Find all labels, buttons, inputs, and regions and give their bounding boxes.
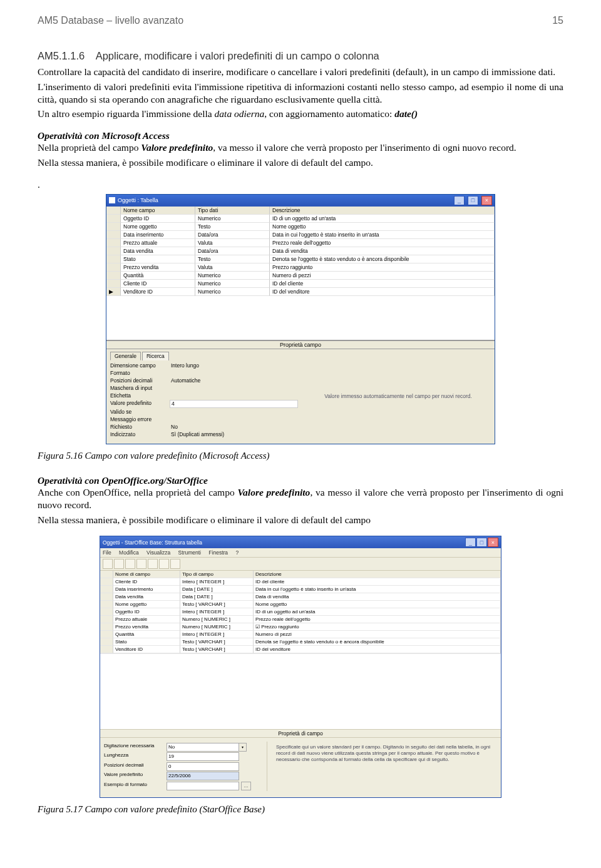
document-title: AM5 Database – livello avanzato — [38, 15, 183, 26]
field-etichetta[interactable] — [170, 392, 298, 399]
access-titlebar: Oggetti : Tabella _ □ × — [106, 195, 495, 207]
tool-edit-icon[interactable] — [114, 559, 124, 569]
so-grid-row[interactable]: QuantitàIntero [ INTEGER ]Numero di pezz… — [100, 631, 501, 638]
ellipsis-button[interactable]: … — [241, 782, 251, 790]
access-grid-row[interactable]: ▶Venditore IDNumericoID del venditore — [106, 288, 495, 296]
dropdown-icon[interactable]: ▾ — [239, 743, 247, 752]
tool-redo-icon[interactable] — [170, 559, 180, 569]
field-messaggio-errore[interactable] — [170, 416, 298, 423]
op-access-line2: Nella stessa maniera, è possibile modifi… — [38, 156, 563, 169]
op-access-heading: Operatività con Microsoft Access — [38, 130, 563, 141]
tool-undo-icon[interactable] — [159, 559, 169, 569]
so-field-digitazione[interactable]: No — [167, 743, 239, 752]
so-field-posizioni[interactable]: 0 — [167, 762, 239, 771]
access-help-text: Valore immesso automaticamente nel campo… — [302, 349, 495, 444]
access-grid-row[interactable]: Prezzo venditaValutaPrezzo raggiunto — [106, 263, 495, 272]
access-grid-row[interactable]: StatoTestoDenota se l'oggetto è stato ve… — [106, 255, 495, 263]
section-number: AM5.1.1.6 — [38, 50, 85, 61]
access-field-grid[interactable]: Nome campo Tipo dati Descrizione Oggetto… — [106, 207, 495, 340]
access-window-title: Oggetti : Tabella — [118, 197, 158, 203]
paragraph-2: L'inserimento di valori predefiniti evit… — [38, 81, 563, 106]
field-indicizzato[interactable]: Sì (Duplicati ammessi) — [170, 431, 298, 438]
field-valido-se[interactable] — [170, 409, 298, 416]
minimize-button[interactable]: _ — [454, 196, 465, 205]
tool-paste-icon[interactable] — [148, 559, 158, 569]
paragraph-1: Controllare la capacità del candidato di… — [38, 66, 563, 78]
so-properties-pane[interactable]: Digitazione necessariaNo▾ Lunghezza19 Po… — [104, 742, 267, 791]
paragraph-3: Un altro esempio riguarda l'immissione d… — [38, 108, 563, 120]
op-oo-line1: Anche con OpenOffice, nella proprietà de… — [38, 486, 563, 511]
so-grid-header: Nome di campo Tipo di campo Descrizione — [100, 571, 501, 578]
so-close-button[interactable]: × — [488, 538, 498, 547]
menu-edit[interactable]: Modifica — [119, 549, 139, 556]
op-oo-line2: Nella stessa maniera, è possibile modifi… — [38, 514, 563, 526]
so-field-grid[interactable]: Nome di campo Tipo di campo Descrizione … — [100, 571, 501, 729]
so-field-lunghezza[interactable]: 19 — [167, 752, 239, 761]
tab-general[interactable]: Generale — [110, 352, 141, 360]
so-field-valore-predefinito[interactable]: 22/5/2006 — [167, 772, 239, 780]
tool-cut-icon[interactable] — [125, 559, 135, 569]
so-titlebar: Oggetti - StarOffice Base: Struttura tab… — [100, 536, 501, 548]
op-access-line1: Nella proprietà del campo Valore predefi… — [38, 141, 563, 154]
so-help-text: Specificate qui un valore standard per i… — [267, 742, 497, 791]
tab-lookup[interactable]: Ricerca — [142, 352, 169, 360]
stray-period: . — [38, 179, 563, 190]
so-propbar: Proprietà di campo — [100, 729, 501, 738]
access-grid-header: Nome campo Tipo dati Descrizione — [106, 207, 495, 215]
so-grid-row[interactable]: Data inserimentoData [ DATE ]Data in cui… — [100, 586, 501, 593]
so-grid-row[interactable]: Cliente IDIntero [ INTEGER ]ID del clien… — [100, 578, 501, 586]
menu-help[interactable]: ? — [235, 549, 239, 556]
access-grid-row[interactable]: QuantitàNumericoNumero di pezzi — [106, 272, 495, 280]
so-grid-row[interactable]: Oggetto IDIntero [ INTEGER ]ID di un ogg… — [100, 608, 501, 616]
so-grid-row[interactable]: Nome oggettoTesto [ VARCHAR ]Nome oggett… — [100, 601, 501, 608]
so-grid-row[interactable]: Prezzo venditaNumero [ NUMERIC ]☑ Prezzo… — [100, 623, 501, 631]
field-valore-predefinito[interactable]: 4 — [170, 400, 298, 408]
field-formato[interactable] — [170, 370, 298, 377]
field-posizioni-decimali[interactable]: Automatiche — [170, 377, 298, 384]
tool-copy-icon[interactable] — [136, 559, 146, 569]
access-design-window: Oggetti : Tabella _ □ × Nome campo Tipo … — [106, 194, 495, 444]
section-heading: AM5.1.1.6 Applicare, modificare i valori… — [38, 50, 563, 62]
menu-view[interactable]: Visualizza — [146, 549, 170, 556]
access-grid-row[interactable]: Nome oggettoTestoNome oggetto — [106, 223, 495, 231]
field-maschera[interactable] — [170, 385, 298, 392]
so-menubar[interactable]: File Modifica Visualizza Strumenti Fines… — [100, 548, 501, 557]
so-minimize-button[interactable]: _ — [465, 538, 476, 547]
access-properties-pane[interactable]: Generale Ricerca Dimensione campoIntero … — [106, 349, 302, 444]
page-number: 15 — [552, 15, 563, 26]
so-grid-row[interactable]: Venditore IDTesto [ VARCHAR ]ID del vend… — [100, 646, 501, 653]
so-grid-row[interactable]: StatoTesto [ VARCHAR ]Denota se l'oggett… — [100, 638, 501, 646]
access-grid-row[interactable]: Prezzo attualeValutaPrezzo reale dell'og… — [106, 239, 495, 247]
section-title: Applicare, modificare i valori predefini… — [96, 50, 379, 61]
menu-tools[interactable]: Strumenti — [178, 549, 201, 556]
staroffice-design-window: Oggetti - StarOffice Base: Struttura tab… — [100, 536, 501, 798]
so-grid-row[interactable]: Prezzo attualeNumero [ NUMERIC ]Prezzo r… — [100, 616, 501, 623]
access-window-icon — [109, 197, 115, 203]
maximize-button[interactable]: □ — [468, 196, 478, 205]
access-propbar: Proprietà campo — [106, 340, 495, 349]
figure-caption-1: Figura 5.16 Campo con valore predefinito… — [38, 451, 563, 461]
so-window-title: Oggetti - StarOffice Base: Struttura tab… — [103, 539, 202, 546]
op-oo-heading: Operatività con OpenOffice.org/StarOffic… — [38, 475, 563, 486]
field-richiesto[interactable]: No — [170, 424, 298, 431]
access-grid-row[interactable]: Cliente IDNumericoID del cliente — [106, 280, 495, 288]
access-grid-row[interactable]: Data venditaData/oraData di vendita — [106, 247, 495, 255]
so-grid-row[interactable]: Data venditaData [ DATE ]Data di vendita — [100, 593, 501, 601]
access-grid-row[interactable]: Data inserimentoData/oraData in cui l'og… — [106, 231, 495, 239]
so-maximize-button[interactable]: □ — [476, 538, 487, 547]
figure-caption-2: Figura 5.17 Campo con valore predefinito… — [38, 804, 563, 815]
so-toolbar[interactable] — [100, 557, 501, 571]
close-button[interactable]: × — [481, 196, 492, 205]
field-dimensione[interactable]: Intero lungo — [170, 362, 298, 369]
menu-window[interactable]: Finestra — [208, 549, 228, 556]
so-field-esempio-formato[interactable] — [167, 782, 239, 790]
menu-file[interactable]: File — [103, 549, 111, 556]
access-grid-row[interactable]: Oggetto IDNumericoID di un oggetto ad un… — [106, 215, 495, 223]
tool-save-icon[interactable] — [103, 559, 113, 569]
